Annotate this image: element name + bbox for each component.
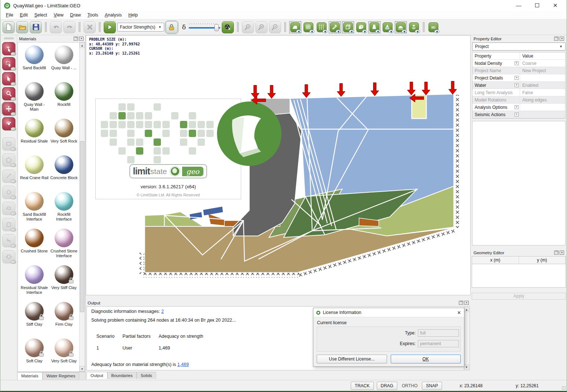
solve-button[interactable] bbox=[104, 21, 116, 33]
model-canvas[interactable]: limitstate geo version: 3.6.1.26217 (x64… bbox=[86, 35, 471, 295]
material-item[interactable]: Very Soft Rock bbox=[49, 119, 79, 155]
draw-vertex-tool-button[interactable] bbox=[2, 186, 15, 199]
expand-icon[interactable]: + bbox=[515, 83, 519, 87]
toggle-grid-button[interactable] bbox=[302, 21, 314, 33]
zoom-tool-button[interactable] bbox=[2, 87, 15, 100]
save-file-button[interactable] bbox=[30, 21, 42, 33]
scroll-down-icon[interactable]: ▼ bbox=[464, 365, 469, 370]
property-row-analysis-options[interactable]: Analysis Options+ bbox=[472, 104, 565, 111]
geometry-coordinate-list[interactable] bbox=[472, 264, 566, 288]
expand-icon[interactable]: + bbox=[515, 105, 519, 109]
expand-icon[interactable]: + bbox=[515, 61, 519, 65]
material-item[interactable]: Concrete Block bbox=[49, 155, 79, 192]
zoom-out-button[interactable] bbox=[269, 21, 281, 33]
output-scrollbar[interactable]: ▲ ▼ bbox=[464, 307, 469, 370]
float-panel-icon[interactable]: ❐ bbox=[554, 251, 559, 255]
float-panel-icon[interactable]: ❐ bbox=[74, 37, 78, 41]
menu-edit[interactable]: Edit bbox=[16, 11, 31, 19]
toggle-loads-button[interactable] bbox=[368, 21, 380, 33]
menu-help[interactable]: Help bbox=[125, 11, 141, 19]
material-item[interactable]: Residual Shale Interface bbox=[19, 265, 49, 302]
open-file-button[interactable] bbox=[16, 21, 28, 33]
property-row-nodal-density[interactable]: Nodal Density+Coarse bbox=[472, 60, 565, 67]
delta-slider-handle[interactable] bbox=[214, 24, 219, 31]
residual-shale-left-strip[interactable] bbox=[145, 215, 165, 226]
delta-slider[interactable] bbox=[189, 22, 220, 32]
material-item[interactable]: Soft Clay bbox=[19, 339, 49, 372]
materials-tab-water-regimes[interactable]: Water Regimes bbox=[43, 372, 80, 380]
rotate-tool-button[interactable] bbox=[2, 117, 15, 130]
maximize-button[interactable] bbox=[533, 2, 541, 9]
draw-cut-tool-button[interactable] bbox=[2, 234, 15, 247]
property-row-water[interactable]: Water+Enabled bbox=[472, 82, 565, 89]
draw-drop-tool-button[interactable] bbox=[2, 250, 15, 263]
expand-icon[interactable]: + bbox=[515, 112, 519, 117]
draw-line-tool-button[interactable] bbox=[2, 170, 15, 183]
crushed-stone-wedge[interactable] bbox=[208, 214, 224, 226]
scroll-up-icon[interactable]: ▲ bbox=[464, 307, 469, 312]
use-different-license-button[interactable]: Use Different License... bbox=[317, 355, 387, 363]
drag-button[interactable]: DRAG bbox=[377, 382, 398, 390]
resize-grip[interactable] bbox=[562, 386, 566, 390]
toggle-slip-lines-button[interactable] bbox=[329, 21, 341, 33]
close-button[interactable]: ✕ bbox=[551, 2, 559, 9]
toggle-boundaries-button[interactable] bbox=[342, 21, 354, 33]
output-tab-output[interactable]: Output bbox=[86, 372, 107, 379]
material-item[interactable]: Rockfill Interface bbox=[49, 192, 79, 229]
toggle-three-d-button[interactable]: 3D bbox=[427, 21, 439, 33]
property-row-project-name[interactable]: Project NameNew Project bbox=[472, 67, 565, 74]
material-item[interactable]: Real Crane Rail bbox=[19, 155, 49, 192]
output-tab-solids[interactable]: Solids bbox=[137, 372, 156, 379]
scrollbar-thumb[interactable] bbox=[80, 141, 84, 312]
property-row-project-details[interactable]: Project Details+ bbox=[472, 74, 565, 82]
property-row-model-rotations[interactable]: Model RotationsAlong edges bbox=[472, 96, 565, 104]
property-scope-select[interactable]: Project ▼ bbox=[472, 42, 566, 51]
menu-view[interactable]: View bbox=[50, 11, 67, 19]
materials-tab-materials[interactable]: Materials bbox=[17, 372, 43, 380]
property-row-seismic-actions[interactable]: Seismic Actions+ bbox=[472, 111, 565, 118]
menu-analysis[interactable]: Analysis bbox=[102, 11, 125, 19]
draw-polygon-tool-button[interactable] bbox=[2, 154, 15, 167]
draw-rect-tool-button[interactable] bbox=[2, 137, 15, 151]
undo-button[interactable] bbox=[50, 21, 62, 33]
pointer-tool-button[interactable] bbox=[2, 72, 15, 85]
analysis-mode-select[interactable]: Factor Strength(s) ▼ bbox=[117, 23, 164, 32]
toggle-fans-button[interactable] bbox=[382, 21, 394, 33]
track-button[interactable]: TRACK bbox=[351, 382, 374, 390]
draw-solid-tool-button[interactable] bbox=[2, 202, 15, 215]
new-file-button[interactable] bbox=[3, 21, 15, 33]
material-item[interactable]: Crushed Stone Interface bbox=[49, 229, 79, 265]
zoom-extents-button[interactable] bbox=[255, 21, 268, 33]
toggle-supports-button[interactable] bbox=[395, 21, 407, 33]
scroll-down-icon[interactable]: ▼ bbox=[80, 366, 85, 371]
toggle-water-table-button[interactable] bbox=[408, 21, 420, 33]
menu-file[interactable]: File bbox=[3, 11, 16, 19]
zoom-in-button[interactable] bbox=[242, 21, 254, 33]
redo-button[interactable] bbox=[63, 21, 76, 33]
crane-rail-pad[interactable] bbox=[412, 95, 426, 119]
material-item[interactable]: Sand Backfill Interface bbox=[19, 192, 49, 229]
delete-button[interactable] bbox=[84, 21, 96, 33]
minimize-button[interactable]: — bbox=[515, 2, 523, 9]
pan-tool-button[interactable] bbox=[2, 102, 15, 115]
close-icon[interactable]: ✕ bbox=[457, 310, 461, 315]
material-item[interactable]: Very Stiff Clay bbox=[49, 265, 79, 302]
property-row-long-term-analysis[interactable]: Long Term AnalysisFalse bbox=[472, 89, 565, 96]
material-item[interactable]: Stiff Clay bbox=[19, 302, 49, 339]
float-panel-icon[interactable]: ❐ bbox=[459, 301, 463, 305]
rubber-band-tool-button[interactable] bbox=[2, 57, 15, 70]
material-item[interactable]: Rockfill bbox=[49, 82, 79, 119]
menu-tools[interactable]: Tools bbox=[84, 11, 102, 19]
animation-button[interactable] bbox=[222, 21, 234, 33]
materials-scrollbar[interactable]: ▲ ▼ bbox=[79, 42, 85, 371]
menu-draw[interactable]: Draw bbox=[67, 11, 84, 19]
toggle-nodes-button[interactable] bbox=[316, 21, 328, 33]
material-item[interactable]: Sand Backfill bbox=[19, 45, 49, 82]
material-item[interactable]: Firm Clay bbox=[49, 302, 79, 339]
toggle-soil-visibility-button[interactable] bbox=[289, 21, 301, 33]
close-panel-icon[interactable]: ✕ bbox=[79, 37, 84, 41]
apply-button[interactable]: Apply bbox=[472, 293, 566, 300]
material-item[interactable]: Quay Wall - Main bbox=[19, 82, 49, 119]
ok-button[interactable]: OK bbox=[391, 355, 461, 363]
draw-boundary-tool-button[interactable] bbox=[2, 218, 15, 231]
